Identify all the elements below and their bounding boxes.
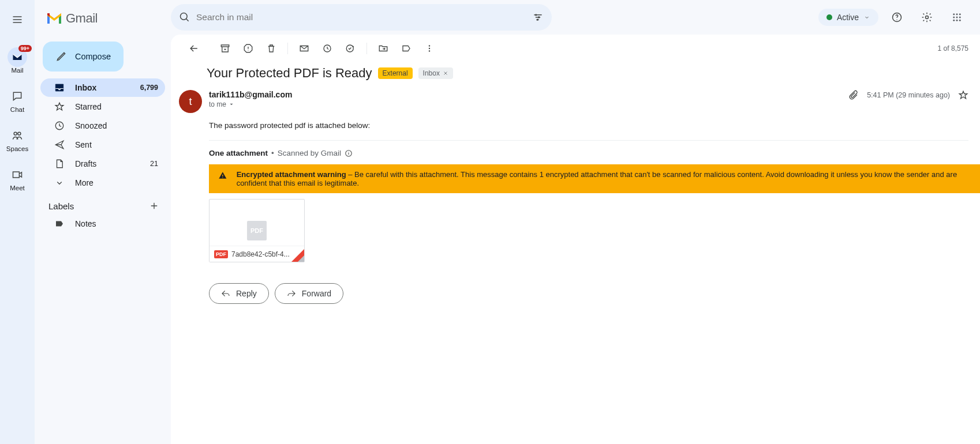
topbar: Active xyxy=(171,0,980,35)
search-icon xyxy=(179,12,190,23)
svg-point-6 xyxy=(537,19,538,21)
inbox-chip-label: Inbox xyxy=(423,69,440,77)
clock-icon xyxy=(54,121,65,131)
plus-icon[interactable] xyxy=(149,201,159,211)
attachment-count: One attachment xyxy=(209,149,268,157)
svg-point-16 xyxy=(953,20,955,21)
recipient-text: to me xyxy=(209,100,226,108)
rail-meet[interactable]: Meet xyxy=(2,160,32,200)
archive-button[interactable] xyxy=(214,37,237,60)
nav-more-label: More xyxy=(75,178,93,187)
nav-sent-label: Sent xyxy=(75,140,92,149)
labels-header: Labels xyxy=(35,193,171,215)
svg-point-8 xyxy=(896,20,897,20)
chat-icon xyxy=(12,91,23,102)
rail-chat[interactable]: Chat xyxy=(2,82,32,121)
svg-point-23 xyxy=(429,48,430,49)
pencil-icon xyxy=(55,51,67,62)
more-vert-icon xyxy=(424,43,435,54)
chevron-down-icon xyxy=(863,14,870,21)
more-actions-button[interactable] xyxy=(418,37,441,60)
svg-point-14 xyxy=(956,17,958,18)
caret-down-icon xyxy=(229,101,234,107)
inbox-chip[interactable]: Inbox xyxy=(418,67,453,79)
compose-button[interactable]: Compose xyxy=(43,42,124,72)
pagination-text: 1 of 8,575 xyxy=(938,44,968,52)
settings-button[interactable] xyxy=(915,6,938,29)
spam-button[interactable] xyxy=(237,37,260,60)
nav-inbox-label: Inbox xyxy=(75,83,96,92)
move-button[interactable] xyxy=(372,37,395,60)
nav-snoozed-label: Snoozed xyxy=(75,121,107,130)
add-task-button[interactable] xyxy=(339,37,362,60)
compose-label: Compose xyxy=(75,52,111,61)
svg-point-3 xyxy=(181,13,188,20)
clock-icon xyxy=(322,43,332,54)
nav-drafts-label: Drafts xyxy=(75,159,96,168)
fold-corner2-icon xyxy=(298,255,304,262)
labels-button[interactable] xyxy=(395,37,418,60)
info-icon[interactable] xyxy=(345,149,353,157)
archive-icon xyxy=(220,43,230,54)
svg-point-12 xyxy=(959,13,961,15)
send-icon xyxy=(54,140,65,150)
meet-icon xyxy=(12,169,23,180)
apps-grid-icon xyxy=(952,12,962,22)
svg-point-26 xyxy=(222,177,223,178)
mark-unread-button[interactable] xyxy=(293,37,316,60)
svg-point-13 xyxy=(953,17,955,18)
back-button[interactable] xyxy=(182,37,205,60)
main-menu-button[interactable] xyxy=(6,8,29,31)
warning-title: Encrypted attachment warning xyxy=(237,170,346,179)
recipient-row[interactable]: to me xyxy=(209,100,292,108)
nav-starred[interactable]: Starred xyxy=(40,97,165,116)
star-outline-icon[interactable] xyxy=(958,90,968,100)
attachment-filename: 7adb8e42-c5bf-4... xyxy=(231,250,300,258)
attachment-tile[interactable]: PDF PDF 7adb8e42-c5bf-4... xyxy=(209,199,305,262)
gmail-wordmark: Gmail xyxy=(66,11,98,26)
nav-inbox[interactable]: Inbox 6,799 xyxy=(40,78,165,97)
svg-point-19 xyxy=(248,50,248,50)
labels-header-text: Labels xyxy=(48,201,74,211)
unread-badge: 99+ xyxy=(18,45,32,52)
nav-snoozed[interactable]: Snoozed xyxy=(40,116,165,135)
nav-drafts[interactable]: Drafts 21 xyxy=(40,155,165,173)
svg-point-18 xyxy=(959,20,961,21)
snooze-button[interactable] xyxy=(316,37,339,60)
folder-move-icon xyxy=(378,43,388,54)
gmail-logo-icon xyxy=(46,12,62,25)
nav-more[interactable]: More xyxy=(40,174,165,192)
add-task-icon xyxy=(345,43,356,54)
svg-point-17 xyxy=(956,20,958,21)
nav-inbox-count: 6,799 xyxy=(140,84,158,92)
email-subject: Your Protected PDF is Ready xyxy=(207,66,372,81)
label-notes[interactable]: Notes xyxy=(40,215,165,233)
reply-label: Reply xyxy=(236,289,257,298)
reply-icon xyxy=(221,289,230,298)
support-button[interactable] xyxy=(885,6,908,29)
chevron-down-icon xyxy=(54,178,65,188)
nav-starred-label: Starred xyxy=(75,102,102,111)
svg-point-10 xyxy=(953,13,955,15)
apps-button[interactable] xyxy=(945,6,968,29)
external-chip: External xyxy=(378,67,413,79)
gmail-logo[interactable]: Gmail xyxy=(35,5,171,32)
inbox-icon xyxy=(54,82,65,93)
status-pill[interactable]: Active xyxy=(818,9,878,26)
search-bar[interactable] xyxy=(171,4,552,31)
rail-mail[interactable]: 99+ Mail xyxy=(2,43,32,82)
delete-button[interactable] xyxy=(260,37,283,60)
nav-sent[interactable]: Sent xyxy=(40,136,165,154)
report-spam-icon xyxy=(243,43,253,54)
sender-avatar[interactable]: t xyxy=(179,90,202,113)
search-options-icon[interactable] xyxy=(532,12,544,23)
svg-point-0 xyxy=(14,132,17,135)
reply-button[interactable]: Reply xyxy=(209,283,269,304)
help-icon xyxy=(891,12,903,23)
svg-point-15 xyxy=(959,17,961,18)
rail-spaces[interactable]: Spaces xyxy=(2,121,32,160)
forward-button[interactable]: Forward xyxy=(275,283,343,304)
encrypted-warning-bar: Encrypted attachment warning – Be carefu… xyxy=(209,164,980,193)
search-input[interactable] xyxy=(196,12,526,22)
svg-point-11 xyxy=(956,13,958,15)
